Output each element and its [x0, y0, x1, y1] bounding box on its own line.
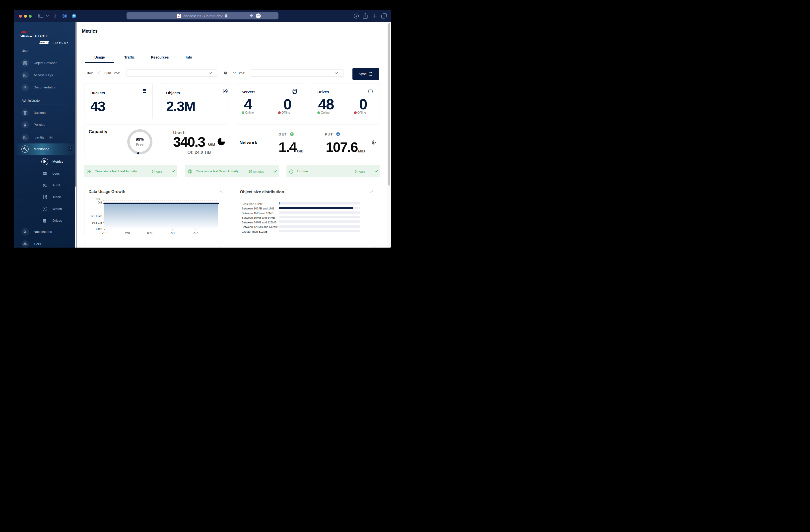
svg-text:60.5 GiB: 60.5 GiB — [92, 221, 102, 224]
svg-text:239.5: 239.5 — [96, 197, 102, 200]
svg-text:0.0 B: 0.0 B — [96, 227, 102, 230]
svg-text:8:25: 8:25 — [147, 231, 152, 235]
svg-text:9:37: 9:37 — [193, 231, 198, 235]
svg-text:GiB: GiB — [98, 201, 102, 204]
svg-text:9:01: 9:01 — [170, 231, 175, 235]
svg-text:7:48: 7:48 — [125, 231, 130, 235]
svg-text:121.1 GiB: 121.1 GiB — [91, 214, 102, 217]
svg-text:7:12: 7:12 — [102, 231, 107, 235]
